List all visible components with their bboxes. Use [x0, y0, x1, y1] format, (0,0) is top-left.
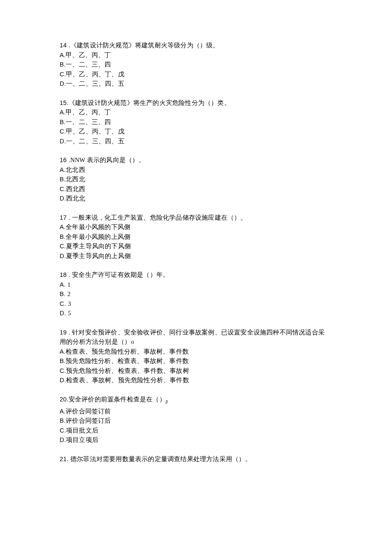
- option-label: A.: [60, 52, 66, 58]
- option-b: B. 2: [60, 289, 332, 299]
- question-text: 针对安全预评价、安全验收评价、同行业事故案例、已设置安全设施四种不同情况适合采: [72, 329, 325, 336]
- question-17: 17 . 一般来说，化工生产装置、危险化学品储存设施应建在（）。 A.全年最小风…: [60, 213, 332, 261]
- option-c: C. 3: [60, 299, 332, 309]
- option-text: 1: [67, 281, 70, 288]
- option-text: 检查表、预先危险性分析、事故树、事件数: [66, 348, 189, 355]
- question-21: 21. 德尔菲法对需要用数量表示的定量调查结果处理方法采用（）。: [60, 454, 332, 464]
- option-text: 甲、乙、丙、丁: [66, 52, 111, 58]
- question-text: 安全评价的前置条件检查是在（）: [69, 396, 166, 403]
- question-text: 一般来说，化工生产装置、危险化学品储存设施应建在（）。: [72, 214, 247, 221]
- option-a: A.评价合同签订前: [60, 407, 332, 416]
- option-label: A.: [60, 109, 66, 116]
- question-20: 20.安全评价的前置条件检查是在（）β A.评价合同签订前 B.评价合同签订后 …: [60, 395, 332, 445]
- option-label: A.: [60, 348, 66, 355]
- question-number: 20.: [60, 396, 69, 403]
- option-a: A.检查表、预先危险性分析、事故树、事件数: [60, 347, 332, 357]
- option-a: A.甲、乙、丙、丁: [60, 108, 332, 117]
- option-text: 夏季主导风向的下风侧: [66, 243, 131, 250]
- option-text: 预先危险性分析、检查表、事件数、事故树: [66, 367, 189, 374]
- question-number: 14: [60, 42, 67, 49]
- option-c: C.甲、乙、丙、丁、戊: [60, 127, 332, 137]
- option-text: 评价合同签订前: [66, 408, 111, 415]
- question-number: 15.: [60, 99, 69, 106]
- option-b: B.一、二、三、四: [60, 117, 332, 127]
- question-text: 《建筑设计防火规范》将建筑耐火等级分为（）级。: [70, 42, 219, 49]
- option-text: 一、二、三、四、五: [66, 138, 124, 145]
- question-sep: .: [67, 271, 72, 278]
- option-label: B.: [60, 233, 66, 240]
- question-stem: 16 .NNW 表示的风向是（）。: [60, 155, 332, 165]
- question-suffix: β: [166, 399, 168, 404]
- question-stem: 20.安全评价的前置条件检查是在（）β: [60, 395, 332, 407]
- option-label: B.: [60, 119, 66, 125]
- question-14: 14 .《建筑设计防火规范》将建筑耐火等级分为（）级。 A.甲、乙、丙、丁 B.…: [60, 41, 332, 89]
- option-text: 预先危险性分析、检查表、事故树、事件数: [66, 357, 189, 364]
- option-text: 3: [68, 300, 71, 307]
- option-label: A.: [60, 408, 66, 415]
- option-text: 一、二、三、四: [66, 61, 111, 68]
- option-label: C.: [60, 300, 68, 307]
- option-d: D.夏季主导风向的上风侧: [60, 251, 332, 261]
- question-stem: 17 . 一般来说，化工生产装置、危险化学品储存设施应建在（）。: [60, 213, 332, 223]
- option-text: 西北北: [66, 195, 86, 202]
- option-c: C.项目批文后: [60, 426, 332, 436]
- option-b: B.一、二、三、四: [60, 60, 332, 70]
- option-text: 检查表、事故树、预先危险性分析、事件数: [66, 377, 189, 384]
- option-c: C.西北西: [60, 184, 332, 194]
- question-text-line2: 用的分析方法分别是（）o: [60, 338, 134, 345]
- question-text: 德尔菲法对需要用数量表示的定量调查结果处理方法采用（）。: [70, 456, 252, 462]
- option-d: D.一、二、三、四、五: [60, 137, 332, 146]
- question-number: 18: [60, 271, 67, 278]
- option-d: D.西北北: [60, 194, 332, 203]
- option-a: A.甲、乙、丙、丁: [60, 50, 332, 60]
- option-text: 甲、乙、丙、丁、戊: [66, 71, 124, 78]
- option-label: C.: [60, 128, 66, 135]
- option-label: C.: [60, 427, 66, 434]
- option-label: C.: [60, 243, 66, 250]
- question-stem: 14 .《建筑设计防火规范》将建筑耐火等级分为（）级。: [60, 41, 332, 50]
- option-label: D.: [60, 436, 66, 443]
- question-number: 17: [60, 214, 67, 221]
- page-content: 14 .《建筑设计防火规范》将建筑耐火等级分为（）级。 A.甲、乙、丙、丁 B.…: [0, 0, 392, 499]
- option-c: C.夏季主导风向的下风侧: [60, 241, 332, 251]
- option-label: C.: [60, 71, 66, 78]
- option-text: 评价合同签订后: [66, 417, 111, 424]
- question-text: NNW 表示的风向是（）。: [70, 157, 145, 163]
- option-label: D.: [60, 195, 66, 202]
- question-stem-line2: 用的分析方法分别是（）o: [60, 337, 332, 347]
- option-d: D. 5: [60, 308, 332, 318]
- question-15: 15.《建筑设计防火规范》将生产的火灾危险性分为（）类。 A.甲、乙、丙、丁 B…: [60, 98, 332, 146]
- option-label: B.: [60, 357, 66, 364]
- option-label: A.: [60, 166, 66, 173]
- option-text: 2: [67, 291, 70, 297]
- question-number: 19: [60, 329, 67, 336]
- option-label: B.: [60, 61, 66, 68]
- option-label: A.: [60, 281, 67, 288]
- option-b: B.评价合同签订后: [60, 416, 332, 426]
- option-text: 全年最小风频的下风侧: [66, 224, 130, 230]
- option-label: C.: [60, 367, 66, 374]
- option-text: 一、二、三、四、五: [66, 80, 124, 87]
- option-text: 一、二、三、四: [66, 119, 111, 125]
- option-d: D.一、二、三、四、五: [60, 79, 332, 89]
- question-text: 安全生产许可证有效期是（）年。: [72, 271, 169, 278]
- option-text: 甲、乙、丙、丁、戊: [66, 128, 124, 135]
- option-text: 北西北: [66, 176, 85, 183]
- option-text: 夏季主导风向的上风侧: [66, 253, 131, 259]
- question-sep: .: [67, 157, 70, 163]
- option-b: B.北西北: [60, 174, 332, 184]
- question-number: 21.: [60, 456, 69, 462]
- option-label: D.: [60, 377, 66, 384]
- option-text: 项目立项后: [66, 436, 98, 443]
- option-d: D.检查表、事故树、预先危险性分析、事件数: [60, 375, 332, 385]
- option-label: B.: [60, 176, 66, 183]
- option-b: B.预先危险性分析、检查表、事故树、事件数: [60, 356, 332, 366]
- option-c: C.预先危险性分析、检查表、事件数、事故树: [60, 366, 332, 376]
- option-label: C.: [60, 186, 66, 192]
- option-text: 西北西: [66, 186, 86, 192]
- option-label: B.: [60, 291, 67, 297]
- option-text: 甲、乙、丙、丁: [66, 109, 111, 116]
- option-text: 项目批文后: [66, 427, 98, 434]
- option-a: A. 1: [60, 280, 332, 290]
- option-text: 北北西: [66, 166, 85, 173]
